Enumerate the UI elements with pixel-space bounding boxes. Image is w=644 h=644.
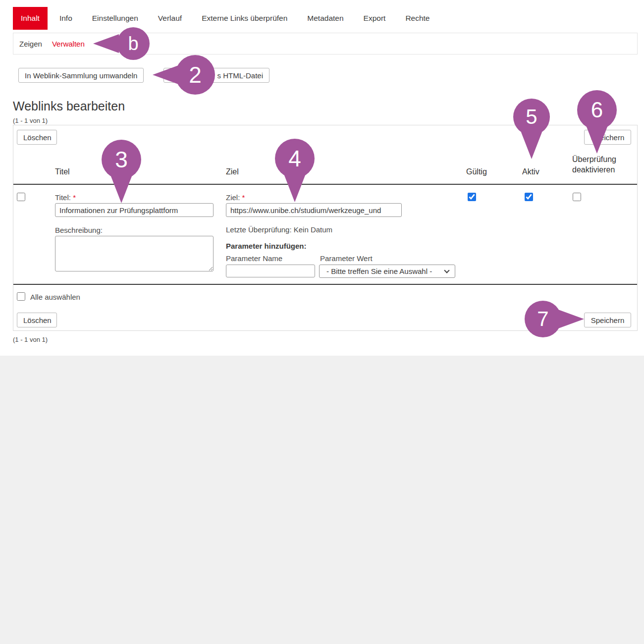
- tab-export[interactable]: Export: [356, 7, 394, 30]
- pin-tail-left-icon: [93, 34, 119, 53]
- ueberpruefung-deaktivieren-checkbox[interactable]: [573, 193, 581, 201]
- page-background-lower: [0, 356, 644, 644]
- pagination-top: (1 - 1 von 1): [13, 117, 48, 124]
- screen: Inhalt Info Einstellungen Verlauf Extern…: [0, 0, 644, 644]
- pin-tail-down-icon: [284, 175, 305, 202]
- tab-info[interactable]: Info: [52, 7, 80, 30]
- subtab-zeigen[interactable]: Zeigen: [19, 40, 42, 48]
- tab-externe-links-ueberpruefen[interactable]: Externe Links überprüfen: [194, 7, 295, 30]
- titel-input[interactable]: [55, 203, 214, 217]
- select-all-checkbox[interactable]: [17, 292, 25, 301]
- row-select-checkbox[interactable]: [17, 193, 25, 201]
- subtab-verwalten[interactable]: Verwalten: [52, 40, 85, 48]
- parameter-name-input[interactable]: [226, 265, 315, 277]
- pin-tail-left-icon: [153, 65, 178, 84]
- letzte-ueberpruefung-text: Letzte Überprüfung: Kein Datum: [226, 225, 332, 234]
- convert-to-weblink-collection-button[interactable]: In Weblink-Sammlung umwandeln: [18, 68, 144, 83]
- titel-field-label: Titel: *: [55, 193, 76, 202]
- beschreibung-field-label: Beschreibung:: [55, 226, 103, 234]
- parameter-wert-select[interactable]: - Bitte treffen Sie eine Auswahl -: [319, 265, 455, 278]
- page-title: Weblinks bearbeiten: [13, 99, 125, 113]
- parameter-name-label: Parameter Name: [226, 254, 282, 263]
- column-header-ueberpruefung-deaktivieren: Überprüfung deaktivieren: [572, 154, 629, 175]
- column-header-gueltig: Gültig: [466, 167, 487, 176]
- pin-tail-down-icon: [587, 127, 607, 154]
- tab-inhalt[interactable]: Inhalt: [13, 7, 48, 30]
- pin-tail-down-icon: [521, 132, 542, 159]
- pin-tail-right-icon: [558, 310, 584, 328]
- column-header-ziel: Ziel: [226, 167, 239, 176]
- chevron-down-icon: [444, 268, 449, 273]
- tab-rechte[interactable]: Rechte: [397, 7, 437, 30]
- pin-tail-down-icon: [111, 176, 132, 203]
- header-divider: [13, 184, 637, 185]
- parameter-wert-label: Parameter Wert: [320, 254, 373, 263]
- tab-einstellungen[interactable]: Einstellungen: [84, 7, 146, 30]
- ziel-input[interactable]: [226, 203, 402, 217]
- gueltig-checkbox[interactable]: [468, 193, 476, 201]
- save-button-bottom[interactable]: Speichern: [584, 313, 631, 327]
- beschreibung-textarea[interactable]: [55, 236, 214, 271]
- required-asterisk: *: [73, 193, 76, 202]
- select-all-label: Alle auswählen: [30, 293, 80, 301]
- tab-metadaten[interactable]: Metadaten: [299, 7, 351, 30]
- aktiv-checkbox[interactable]: [525, 193, 533, 201]
- footer-divider: [13, 284, 637, 285]
- column-header-titel: Titel: [55, 167, 70, 176]
- parameter-wert-selected-value: - Bitte treffen Sie eine Auswahl -: [326, 267, 432, 275]
- delete-button-top[interactable]: Löschen: [17, 130, 57, 145]
- column-header-aktiv: Aktiv: [522, 167, 539, 176]
- tab-verlauf[interactable]: Verlauf: [150, 7, 190, 30]
- delete-button-bottom[interactable]: Löschen: [17, 313, 57, 327]
- required-asterisk: *: [242, 193, 245, 202]
- main-tabbar: Inhalt Info Einstellungen Verlauf Extern…: [13, 7, 438, 30]
- parameter-hinzufuegen-heading: Parameter hinzufügen:: [226, 242, 307, 250]
- ziel-field-label: Ziel: *: [226, 193, 245, 202]
- pagination-bottom: (1 - 1 von 1): [13, 336, 48, 343]
